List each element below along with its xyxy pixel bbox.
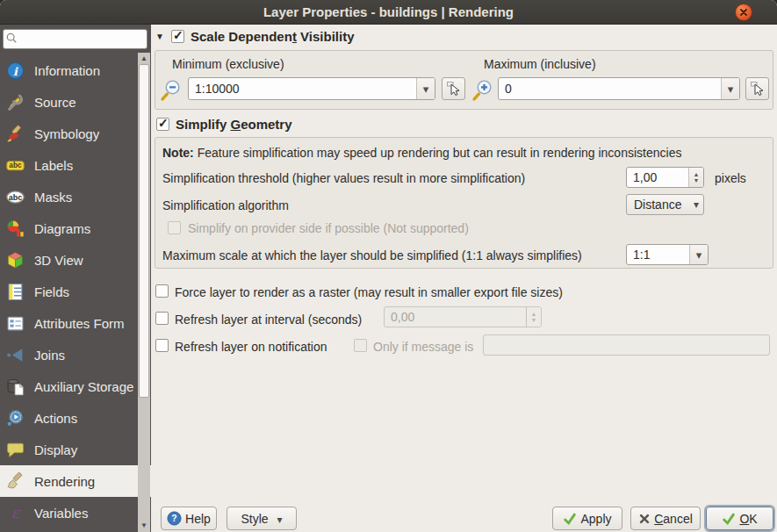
diagrams-icon xyxy=(6,219,25,238)
max-simplify-scale-label: Maximum scale at which the layer should … xyxy=(162,248,582,262)
sidebar-item-actions[interactable]: Actions xyxy=(0,402,151,434)
sidebar-scrollbar[interactable] xyxy=(138,53,150,532)
minimum-scale-value: 1:10000 xyxy=(189,82,416,96)
collapse-triangle-icon[interactable] xyxy=(155,32,165,41)
check-icon xyxy=(722,512,736,526)
3d-view-icon xyxy=(6,251,25,270)
attributes-form-icon xyxy=(6,314,25,333)
scale-visibility-title: Scale Dependent Visibility xyxy=(191,29,354,44)
sidebar-item-labels[interactable]: abc Labels xyxy=(0,149,151,181)
help-icon: ? xyxy=(167,511,182,526)
sidebar-item-masks[interactable]: abc Masks xyxy=(0,181,151,212)
sidebar-item-3d-view[interactable]: 3D View xyxy=(0,244,151,276)
provider-simplify-checkbox xyxy=(168,221,181,234)
scrollbar-down-icon[interactable] xyxy=(138,520,150,530)
sidebar-item-label: Fields xyxy=(34,284,69,299)
sidebar-item-source[interactable]: Source xyxy=(0,86,151,118)
zoom-out-icon xyxy=(160,78,183,102)
masks-icon: abc xyxy=(6,188,25,206)
display-icon xyxy=(6,441,25,459)
sidebar: i Information Source Symbology xyxy=(0,25,151,532)
auxiliary-storage-icon xyxy=(6,377,25,396)
sidebar-nav: i Information Source Symbology xyxy=(0,54,151,528)
actions-icon xyxy=(6,409,25,428)
sidebar-item-attributes-form[interactable]: Attributes Form xyxy=(0,307,151,339)
dropdown-arrow-icon[interactable] xyxy=(416,78,435,99)
rendering-icon xyxy=(6,472,25,491)
simplify-note: Note: Feature simplification may speed u… xyxy=(162,146,681,160)
refresh-notification-checkbox[interactable] xyxy=(155,339,169,352)
sidebar-item-label: Attributes Form xyxy=(34,316,125,331)
refresh-interval-spinbox: 0,00 ▲▼ xyxy=(384,306,542,327)
simplify-geometry-checkbox[interactable] xyxy=(156,118,169,131)
help-button[interactable]: ? Help xyxy=(161,507,217,530)
sidebar-item-fields[interactable]: Fields xyxy=(0,276,151,307)
sidebar-item-display[interactable]: Display xyxy=(0,434,151,465)
force-raster-label: Force layer to render as a raster (may r… xyxy=(175,285,563,299)
minimum-label: Minimum (exclusive) xyxy=(172,57,284,71)
refresh-interval-label: Refresh layer at interval (seconds) xyxy=(175,313,362,327)
cancel-button[interactable]: Cancel xyxy=(630,507,701,530)
sidebar-item-variables[interactable]: ε Variables xyxy=(0,497,151,528)
svg-text:ε: ε xyxy=(11,504,21,521)
simplify-geometry-header: Simplify Geometry xyxy=(156,117,292,132)
minimum-scale-combobox[interactable]: 1:10000 xyxy=(188,77,435,100)
algorithm-value: Distance xyxy=(627,198,689,212)
threshold-spinbox[interactable]: 1,00 ▲▼ xyxy=(626,167,704,188)
refresh-interval-checkbox[interactable] xyxy=(155,312,169,325)
simplify-geometry-groupbox: Note: Feature simplification may speed u… xyxy=(155,137,773,269)
sidebar-item-rendering[interactable]: Rendering xyxy=(0,465,151,497)
threshold-value: 1,00 xyxy=(627,168,688,187)
sidebar-item-label: Auxiliary Storage xyxy=(34,379,133,394)
force-raster-checkbox[interactable] xyxy=(155,284,169,298)
source-icon xyxy=(6,93,25,111)
max-simplify-scale-combobox[interactable]: 1:1 xyxy=(626,244,709,265)
ok-button[interactable]: OK xyxy=(706,507,773,530)
information-icon: i xyxy=(6,61,25,80)
close-button[interactable] xyxy=(735,4,752,21)
search-input[interactable] xyxy=(3,29,147,49)
scrollbar-up-icon[interactable] xyxy=(138,53,150,63)
spinbox-arrows-icon[interactable]: ▲▼ xyxy=(688,168,703,187)
maximum-label: Maximum (inclusive) xyxy=(484,57,596,71)
joins-icon xyxy=(6,346,25,364)
style-button[interactable]: Style xyxy=(227,507,297,530)
set-maximum-from-canvas-button[interactable] xyxy=(745,77,769,100)
threshold-label: Simplification threshold (higher values … xyxy=(162,171,525,185)
window-title: Layer Properties - buildings | Rendering xyxy=(263,4,514,19)
symbology-icon xyxy=(6,125,25,143)
set-minimum-from-canvas-button[interactable] xyxy=(442,77,465,100)
sidebar-item-joins[interactable]: Joins xyxy=(0,339,151,370)
title-bar[interactable]: Layer Properties - buildings | Rendering xyxy=(0,0,777,25)
dropdown-arrow-icon[interactable] xyxy=(689,245,708,264)
fields-icon xyxy=(6,283,25,301)
dropdown-arrow-icon[interactable] xyxy=(721,78,739,99)
sidebar-item-label: Labels xyxy=(34,158,73,173)
svg-text:abc: abc xyxy=(9,192,22,201)
refresh-notification-label: Refresh layer on notification xyxy=(175,340,327,354)
apply-button[interactable]: Apply xyxy=(552,507,622,530)
sidebar-item-label: 3D View xyxy=(34,253,83,268)
sidebar-item-symbology[interactable]: Symbology xyxy=(0,118,151,149)
scale-visibility-checkbox[interactable] xyxy=(171,30,184,43)
dropdown-arrow-icon xyxy=(277,512,283,526)
check-icon xyxy=(563,512,577,526)
algorithm-label: Simplification algorithm xyxy=(162,198,289,212)
refresh-interval-value: 0,00 xyxy=(385,307,526,327)
maximum-scale-value: 0 xyxy=(499,82,721,96)
scale-visibility-header: Scale Dependent Visibility xyxy=(155,29,354,44)
sidebar-item-label: Masks xyxy=(34,190,72,205)
maximum-scale-combobox[interactable]: 0 xyxy=(498,77,740,100)
sidebar-item-label: Variables xyxy=(34,506,88,521)
rendering-panel: Scale Dependent Visibility Minimum (excl… xyxy=(151,25,777,532)
sidebar-item-diagrams[interactable]: Diagrams xyxy=(0,212,151,244)
algorithm-combobox[interactable]: Distance xyxy=(626,194,704,215)
sidebar-item-auxiliary-storage[interactable]: Auxiliary Storage xyxy=(0,370,151,402)
scrollbar-thumb[interactable] xyxy=(139,64,149,398)
only-if-message-label: Only if message is xyxy=(373,340,473,354)
provider-simplify-label: Simplify on provider side if possible (N… xyxy=(188,221,469,235)
sidebar-item-information[interactable]: i Information xyxy=(0,54,151,86)
close-icon xyxy=(739,8,748,17)
zoom-in-icon xyxy=(471,78,495,102)
sidebar-item-label: Diagrams xyxy=(34,221,90,236)
